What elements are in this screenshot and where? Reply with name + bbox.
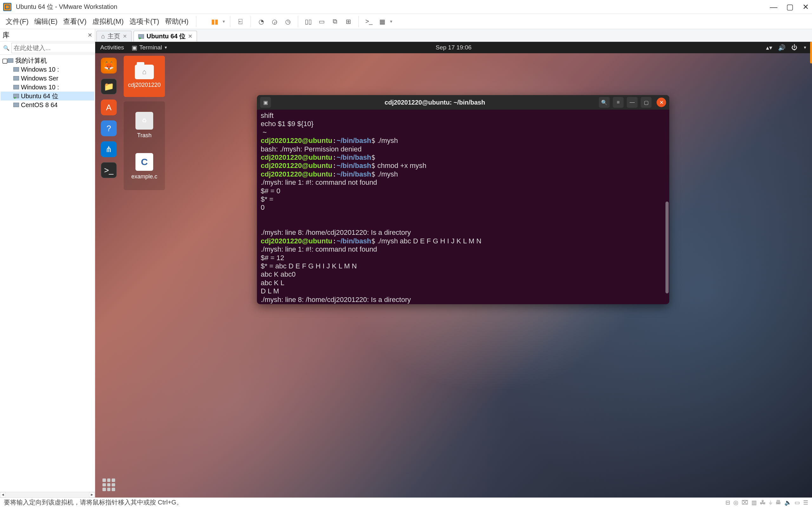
tree-vm[interactable]: Windows 10 : bbox=[1, 83, 94, 92]
stretch-dropdown[interactable]: ▼ bbox=[389, 19, 393, 24]
desktop-trash[interactable]: ♻ Trash bbox=[124, 105, 165, 146]
tree-root[interactable]: ▢我的计算机 bbox=[1, 56, 94, 65]
help-icon[interactable]: ? bbox=[101, 120, 117, 136]
menu-view[interactable]: 查看(V) bbox=[62, 15, 87, 27]
chevron-down-icon: ▼ bbox=[164, 45, 168, 50]
power-dropdown[interactable]: ▼ bbox=[222, 19, 225, 24]
status-text: 要将输入定向到该虚拟机，请将鼠标指针移入其中或按 Ctrl+G。 bbox=[4, 498, 183, 507]
minimize-button[interactable]: — bbox=[770, 3, 777, 11]
terminal-dock-icon[interactable]: >_ bbox=[101, 162, 117, 178]
terminal-headerbar[interactable]: ▣ cdj20201220@ubuntu: ~/bin/bash 🔍 ≡ — ▢… bbox=[257, 95, 669, 110]
tab-bar: ⌂ 主页 ✕ Ubuntu 64 位 ✕ bbox=[95, 29, 812, 42]
stretch-button[interactable]: ▦ bbox=[376, 16, 388, 27]
tab-close-icon[interactable]: ✕ bbox=[123, 33, 127, 39]
window-title: Ubuntu 64 位 - VMware Workstation bbox=[16, 3, 117, 11]
library-title: 库 bbox=[3, 31, 9, 40]
view-single-button[interactable]: ▯▯ bbox=[303, 16, 314, 27]
menu-tabs[interactable]: 选项卡(T) bbox=[129, 15, 160, 27]
desktop-example-c[interactable]: C example.c bbox=[124, 146, 165, 187]
system-menu-dropdown[interactable]: ▼ bbox=[803, 45, 807, 50]
new-tab-button[interactable]: ▣ bbox=[260, 97, 271, 108]
view-thumbnail-button[interactable]: ⊞ bbox=[343, 16, 354, 27]
home-icon: ⌂ bbox=[135, 65, 154, 79]
close-button[interactable]: ✕ bbox=[803, 3, 809, 11]
pause-icon[interactable]: ▮▮ bbox=[209, 16, 220, 27]
tab-home[interactable]: ⌂ 主页 ✕ bbox=[96, 31, 132, 42]
tab-ubuntu[interactable]: Ubuntu 64 位 ✕ bbox=[134, 31, 197, 42]
tree-vm-active[interactable]: Ubuntu 64 位 bbox=[1, 92, 94, 101]
power-icon[interactable]: ⏻ bbox=[792, 44, 798, 51]
gnome-topbar: Activities ▣ Terminal ▼ Sep 17 19:06 ▴▾ … bbox=[95, 42, 812, 53]
network-adapter-icon[interactable]: 🖧 bbox=[760, 499, 766, 506]
guest-grab-handle[interactable] bbox=[810, 42, 812, 63]
dock: 🦊 📁 A ? ⋔ >_ bbox=[99, 56, 119, 494]
display-icon[interactable]: ▭ bbox=[795, 499, 800, 506]
firefox-icon[interactable]: 🦊 bbox=[101, 58, 117, 73]
files-icon[interactable]: 📁 bbox=[101, 78, 117, 95]
library-panel: 库 ✕ 🔍 ▼ ▢我的计算机 Windows 10 : Windows Ser … bbox=[0, 29, 95, 498]
library-close-button[interactable]: ✕ bbox=[88, 32, 92, 39]
statusbar: 要将输入定向到该虚拟机，请将鼠标指针移入其中或按 Ctrl+G。 ⊟ ◎ ⌧ ▥… bbox=[0, 498, 812, 507]
usb-icon[interactable]: ⏚ bbox=[769, 499, 772, 506]
menubar: 文件(F) 编辑(E) 查看(V) 虚拟机(M) 选项卡(T) 帮助(H) ▮▮… bbox=[0, 14, 812, 29]
volume-icon[interactable]: 🔊 bbox=[778, 44, 786, 51]
search-button[interactable]: 🔍 bbox=[599, 97, 610, 108]
terminal-window[interactable]: ▣ cdj20201220@ubuntu: ~/bin/bash 🔍 ≡ — ▢… bbox=[257, 95, 669, 304]
snapshot-manage-button[interactable]: ◷ bbox=[282, 16, 293, 27]
network-icon[interactable]: ▴▾ bbox=[766, 44, 772, 51]
library-search-input[interactable] bbox=[11, 43, 96, 53]
close-button[interactable]: ✕ bbox=[657, 98, 666, 107]
host-titlebar: Ubuntu 64 位 - VMware Workstation — ▢ ✕ bbox=[0, 0, 812, 14]
vmware-icon bbox=[3, 3, 11, 11]
menu-file[interactable]: 文件(F) bbox=[5, 15, 29, 27]
vscode-icon[interactable]: ⋔ bbox=[101, 141, 117, 157]
tree-vm[interactable]: CentOS 8 64 bbox=[1, 101, 94, 109]
menu-edit[interactable]: 编辑(E) bbox=[34, 15, 58, 27]
clock[interactable]: Sep 17 19:06 bbox=[436, 44, 471, 51]
software-icon[interactable]: A bbox=[101, 100, 117, 115]
vm-tree[interactable]: ▢我的计算机 Windows 10 : Windows Ser Windows … bbox=[0, 55, 95, 492]
maximize-button[interactable]: ▢ bbox=[786, 3, 794, 11]
c-file-icon: C bbox=[136, 153, 153, 171]
guest-screen[interactable]: Activities ▣ Terminal ▼ Sep 17 19:06 ▴▾ … bbox=[95, 42, 812, 498]
app-menu[interactable]: ▣ Terminal ▼ bbox=[132, 44, 168, 51]
view-unity-button[interactable]: ⧉ bbox=[329, 16, 341, 27]
send-ctrl-alt-del-button[interactable]: ⍇ bbox=[235, 16, 246, 27]
tree-vm[interactable]: Windows Ser bbox=[1, 74, 94, 83]
disk-icon[interactable]: ⊟ bbox=[725, 499, 730, 506]
hdd-icon[interactable]: ▥ bbox=[751, 499, 757, 506]
view-console-button[interactable]: ▭ bbox=[316, 16, 327, 27]
desktop-home-folder[interactable]: ⌂ cdj20201220 bbox=[124, 56, 165, 97]
menu-help[interactable]: 帮助(H) bbox=[164, 15, 189, 27]
activities-button[interactable]: Activities bbox=[100, 44, 124, 51]
floppy-icon[interactable]: ⌧ bbox=[742, 499, 748, 506]
message-icon[interactable]: ☰ bbox=[803, 499, 808, 506]
snapshot-revert-button[interactable]: ◶ bbox=[269, 16, 280, 27]
library-hscroll[interactable]: ◄► bbox=[0, 492, 95, 498]
terminal-title: cdj20201220@ubuntu: ~/bin/bash bbox=[274, 99, 596, 106]
status-icons: ⊟ ◎ ⌧ ▥ 🖧 ⏚ 🖶 🔈 ▭ ☰ bbox=[725, 499, 808, 506]
terminal-content[interactable]: shift echo $1 $9 ${10} ~ cdj20201220@ubu… bbox=[257, 110, 669, 304]
tab-close-icon[interactable]: ✕ bbox=[188, 33, 192, 39]
hamburger-menu-button[interactable]: ≡ bbox=[613, 97, 623, 108]
sound-icon[interactable]: 🔈 bbox=[784, 499, 792, 506]
search-icon: 🔍 bbox=[3, 45, 9, 51]
snapshot-take-button[interactable]: ◔ bbox=[255, 16, 267, 27]
fullscreen-button[interactable]: >_ bbox=[363, 16, 374, 27]
printer-icon[interactable]: 🖶 bbox=[775, 499, 781, 506]
vm-running-icon bbox=[138, 34, 144, 39]
cd-icon[interactable]: ◎ bbox=[733, 499, 739, 506]
maximize-button[interactable]: ▢ bbox=[641, 97, 652, 108]
terminal-icon: ▣ bbox=[132, 44, 137, 51]
minimize-button[interactable]: — bbox=[627, 97, 638, 108]
terminal-scrollbar[interactable] bbox=[665, 202, 669, 293]
trash-icon: ♻ bbox=[136, 112, 153, 130]
menu-vm[interactable]: 虚拟机(M) bbox=[92, 15, 124, 27]
show-apps-button[interactable] bbox=[102, 478, 115, 491]
tree-vm[interactable]: Windows 10 : bbox=[1, 65, 94, 74]
home-icon: ⌂ bbox=[101, 33, 105, 40]
